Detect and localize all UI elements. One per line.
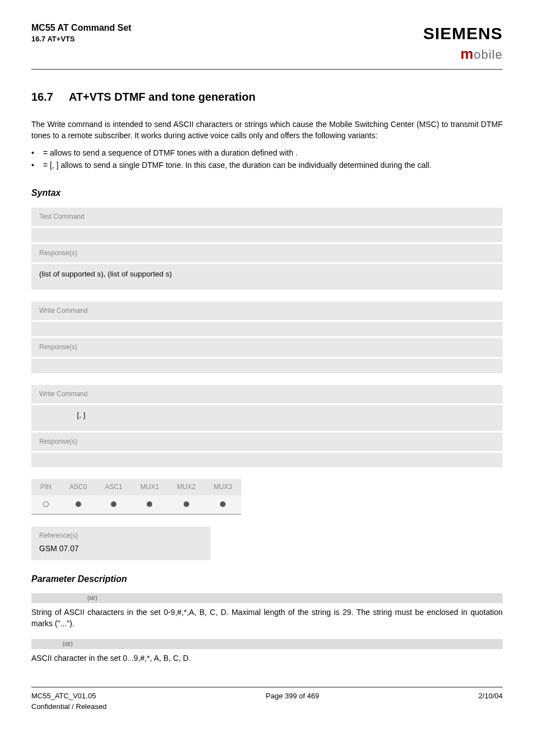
- response-label: Response(s): [31, 338, 503, 356]
- bullet-text: = [, ] allows to send a single DTMF tone…: [43, 159, 503, 171]
- reference-label: Reference(s): [31, 527, 210, 543]
- write-command-2-text: [, ]: [77, 411, 86, 419]
- footer-left: MC55_ATC_V01.05 Confidential / Released: [31, 691, 106, 712]
- reference-value: GSM 07.07: [31, 543, 210, 560]
- syntax-heading: Syntax: [31, 186, 503, 199]
- write-command-2: [, ]: [31, 405, 503, 431]
- parameter-heading: Parameter Description: [31, 572, 503, 585]
- footer-confidential: Confidential / Released: [31, 702, 106, 712]
- matrix-data-row: [31, 495, 241, 513]
- section-title: AT+VTS DTMF and tone generation: [69, 89, 256, 105]
- bullet-item: • = [, ] allows to send a single DTMF to…: [31, 159, 503, 171]
- matrix-header: MUX1: [132, 479, 168, 495]
- page-footer: MC55_ATC_V01.05 Confidential / Released …: [31, 687, 503, 712]
- matrix-header: ASC1: [96, 479, 131, 495]
- matrix-header: ASC0: [60, 479, 96, 495]
- section-heading: 16.7 AT+VTS DTMF and tone generation: [31, 89, 503, 105]
- doc-title: MC55 AT Command Set: [31, 21, 132, 34]
- support-matrix: PIN ASC0 ASC1 MUX1 MUX2 MUX3: [31, 479, 241, 515]
- section-ref: 16.7 AT+VTS: [31, 34, 132, 45]
- circle-filled-icon: [76, 501, 81, 507]
- brand-logo: SIEMENS: [423, 21, 503, 46]
- test-command: [31, 228, 503, 242]
- intro-paragraph: The Write command is intended to send AS…: [31, 119, 503, 142]
- param-sup: (str): [63, 640, 73, 649]
- footer-center: Page 399 of 469: [266, 691, 319, 712]
- matrix-cell: [168, 495, 204, 513]
- matrix-cell: [204, 495, 241, 513]
- matrix-cell: [31, 495, 60, 513]
- circle-filled-icon: [111, 501, 116, 507]
- subbrand-rest: obile: [474, 48, 503, 62]
- subbrand-m: m: [460, 45, 474, 62]
- circle-filled-icon: [147, 501, 152, 507]
- matrix-cell: [60, 495, 96, 513]
- test-response: (list of supported s), (list of supporte…: [31, 264, 503, 290]
- subbrand-logo: mobile: [423, 44, 503, 65]
- bullet-item: • = allows to send a sequence of DTMF to…: [31, 147, 503, 158]
- param-text: String of ASCII characters in the set 0-…: [31, 607, 503, 630]
- circle-filled-icon: [184, 501, 189, 507]
- reference-box: Reference(s) GSM 07.07: [31, 527, 210, 560]
- footer-version: MC55_ATC_V01.05: [31, 691, 106, 702]
- matrix-header: MUX3: [204, 479, 241, 495]
- bullet-list: • = allows to send a sequence of DTMF to…: [31, 147, 503, 171]
- matrix-cell: [96, 495, 131, 513]
- param-sup: (str): [87, 594, 97, 603]
- matrix-cell: [132, 495, 168, 513]
- circle-open-icon: [43, 501, 49, 507]
- footer-right: 2/10/04: [479, 691, 503, 712]
- param-bar: (str): [31, 639, 503, 649]
- bullet-icon: •: [31, 159, 34, 171]
- response-label: Response(s): [31, 433, 503, 451]
- param-text: ASCII character in the set 0...9,#,*, A,…: [31, 652, 503, 664]
- param-bar: (str): [31, 593, 503, 603]
- write-response-1: [31, 359, 503, 373]
- write-command-1: [31, 322, 503, 336]
- test-command-label: Test Command: [31, 208, 503, 226]
- write-response-2: [31, 453, 503, 467]
- write-command-label: Write Command: [31, 385, 503, 403]
- matrix-header: PIN: [31, 479, 60, 495]
- bullet-text: = allows to send a sequence of DTMF tone…: [43, 147, 503, 158]
- bullet-icon: •: [31, 147, 34, 158]
- header-left: MC55 AT Command Set 16.7 AT+VTS: [31, 21, 132, 45]
- header-right: SIEMENS mobile: [423, 21, 503, 64]
- matrix-header: MUX2: [168, 479, 204, 495]
- page-header: MC55 AT Command Set 16.7 AT+VTS SIEMENS …: [31, 21, 503, 70]
- write-command-label: Write Command: [31, 302, 503, 320]
- response-label: Response(s): [31, 244, 503, 262]
- circle-filled-icon: [220, 501, 226, 507]
- section-number: 16.7: [31, 89, 53, 105]
- matrix-header-row: PIN ASC0 ASC1 MUX1 MUX2 MUX3: [31, 479, 241, 495]
